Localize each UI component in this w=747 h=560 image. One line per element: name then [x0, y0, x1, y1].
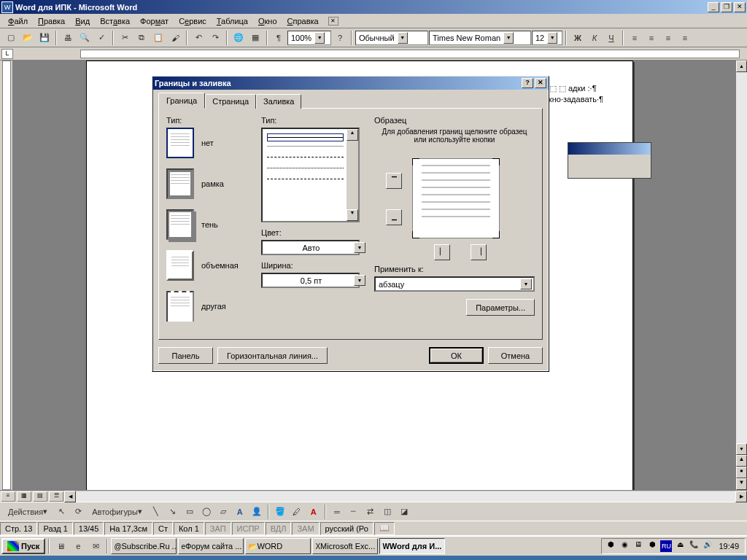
cancel-button[interactable]: Отмена	[488, 347, 543, 364]
arrow-style-button[interactable]: ⇄	[363, 504, 379, 520]
menu-format[interactable]: Формат	[135, 15, 174, 27]
autoshapes-menu[interactable]: Автофигуры ▾	[87, 504, 147, 520]
rectangle-button[interactable]: ▭	[182, 504, 198, 520]
task-word-active[interactable]: W Word для И...	[379, 538, 445, 554]
prev-page-button[interactable]: ▲	[736, 455, 747, 467]
arrow-button[interactable]: ↘	[165, 504, 181, 520]
open-button[interactable]: 📂	[20, 30, 36, 46]
tray-icon-1[interactable]: ⬢	[605, 540, 616, 552]
textbox-button[interactable]: ▱	[215, 504, 231, 520]
tray-icon-2[interactable]: ◉	[619, 540, 630, 552]
menu-table[interactable]: Таблица	[212, 15, 253, 27]
paste-button[interactable]: 📋	[150, 30, 166, 46]
tab-shading[interactable]: Заливка	[256, 94, 301, 109]
actions-menu[interactable]: Действия ▾	[3, 504, 53, 520]
select-objects-button[interactable]: ↖	[53, 504, 69, 520]
undo-button[interactable]: ↶	[190, 30, 206, 46]
status-spell-icon[interactable]: 📖	[374, 522, 395, 535]
normal-view-button[interactable]: ≡	[1, 491, 15, 502]
start-button[interactable]: Пуск	[1, 538, 45, 554]
tab-type-button[interactable]: L	[1, 49, 13, 59]
vertical-ruler[interactable]	[0, 61, 13, 490]
clipart-button[interactable]: 👤	[249, 504, 265, 520]
border-right-button[interactable]: ▕	[471, 244, 487, 260]
line-style-listbox[interactable]: ▲ ▼	[261, 128, 360, 222]
show-toolbar-button[interactable]: Панель	[158, 347, 213, 364]
menu-tools[interactable]: Сервис	[174, 15, 212, 27]
show-marks-button[interactable]: ¶	[271, 30, 287, 46]
task-word-folder[interactable]: 📂WORD	[245, 538, 311, 554]
tab-page[interactable]: Страница	[205, 94, 256, 109]
tray-icon-4[interactable]: ⬢	[646, 540, 658, 552]
quicklaunch-desktop[interactable]: 🖥	[53, 538, 69, 554]
task-subscribe[interactable]: @Subscribe.Ru ...	[111, 538, 177, 554]
copy-button[interactable]: ⧉	[133, 30, 150, 46]
font-color-button[interactable]: A	[306, 504, 322, 520]
quicklaunch-oe[interactable]: ✉	[88, 538, 104, 554]
clock[interactable]: 19:49	[716, 542, 742, 551]
scroll-down-button[interactable]: ▼	[736, 443, 747, 455]
setting-none[interactable]: нет	[166, 128, 254, 158]
fill-color-button[interactable]: 🪣	[272, 504, 288, 520]
restore-button[interactable]: ❐	[721, 2, 732, 12]
vertical-scrollbar[interactable]: ▲ ▼ ▲ ● ▼	[735, 61, 747, 490]
setting-3d[interactable]: объемная	[166, 250, 254, 281]
shadow-button[interactable]: ◫	[379, 504, 395, 520]
tray-icon-6[interactable]: 📞	[688, 540, 700, 552]
status-ovr[interactable]: ЗАМ	[292, 522, 319, 535]
close-button[interactable]: ✕	[734, 2, 746, 12]
underline-button[interactable]: Ч	[603, 30, 619, 46]
status-trk[interactable]: ИСПР	[232, 522, 265, 535]
volume-icon[interactable]: 🔊	[702, 540, 713, 552]
fontsize-combo[interactable]: 12▼	[532, 31, 562, 45]
border-left-button[interactable]: ▏	[434, 244, 450, 260]
align-right-button[interactable]: ≡	[660, 30, 676, 46]
task-forum[interactable]: e Форум сайта ...	[178, 538, 244, 554]
setting-shadow[interactable]: тень	[166, 209, 254, 240]
align-center-button[interactable]: ≡	[643, 30, 659, 46]
status-ext[interactable]: ВДЛ	[266, 522, 292, 535]
horizontal-line-button[interactable]: Горизонтальная линия...	[217, 347, 328, 364]
format-painter-button[interactable]: 🖌	[167, 30, 183, 46]
mdi-close-button[interactable]: ✕	[328, 17, 338, 26]
help-button[interactable]: ?	[332, 30, 348, 46]
redo-button[interactable]: ↷	[207, 30, 223, 46]
menu-help[interactable]: Справка	[282, 15, 324, 27]
width-combo[interactable]: 0,5 пт	[261, 273, 360, 288]
menu-file[interactable]: Файл	[3, 15, 33, 27]
lang-indicator[interactable]: RU	[660, 540, 672, 552]
horizontal-scrollbar[interactable]: ◀ ▶	[64, 491, 747, 502]
zoom-combo[interactable]: 100%▼	[287, 31, 331, 45]
setting-box[interactable]: рамка	[166, 168, 254, 199]
bold-button[interactable]: Ж	[570, 30, 586, 46]
tray-icon-3[interactable]: 🖥	[632, 540, 644, 552]
dialog-help-button[interactable]: ?	[522, 78, 533, 88]
print-button[interactable]: 🖶	[60, 30, 76, 46]
italic-button[interactable]: К	[587, 30, 603, 46]
width-combo-arrow[interactable]: ▼	[354, 275, 365, 286]
style-combo[interactable]: Обычный▼	[355, 31, 428, 45]
options-button[interactable]: Параметры...	[466, 299, 535, 316]
tab-border[interactable]: Граница	[158, 93, 205, 109]
menu-insert[interactable]: Вставка	[95, 15, 135, 27]
browse-object-button[interactable]: ●	[736, 467, 747, 478]
align-justify-button[interactable]: ≡	[677, 30, 693, 46]
menu-view[interactable]: Вид	[70, 15, 95, 27]
hyperlink-button[interactable]: 🌐	[231, 30, 247, 46]
spellcheck-button[interactable]: ✓	[93, 30, 109, 46]
status-rec[interactable]: ЗАП	[205, 522, 231, 535]
oval-button[interactable]: ◯	[198, 504, 214, 520]
cut-button[interactable]: ✂	[117, 30, 133, 46]
scroll-up-button[interactable]: ▲	[736, 61, 747, 72]
preview-page[interactable]	[412, 158, 500, 238]
tables-borders-button[interactable]: ▦	[247, 30, 263, 46]
wordart-button[interactable]: A	[232, 504, 248, 520]
color-combo[interactable]: Авто	[261, 240, 360, 255]
list-scroll-down[interactable]: ▼	[347, 209, 358, 221]
line-button[interactable]: ╲	[148, 504, 164, 520]
print-preview-button[interactable]: 🔍	[77, 30, 93, 46]
rotate-button[interactable]: ⟳	[70, 504, 86, 520]
apply-to-combo[interactable]: абзацу▼	[374, 276, 535, 292]
save-button[interactable]: 💾	[36, 30, 53, 46]
ok-button[interactable]: ОК	[429, 347, 484, 364]
